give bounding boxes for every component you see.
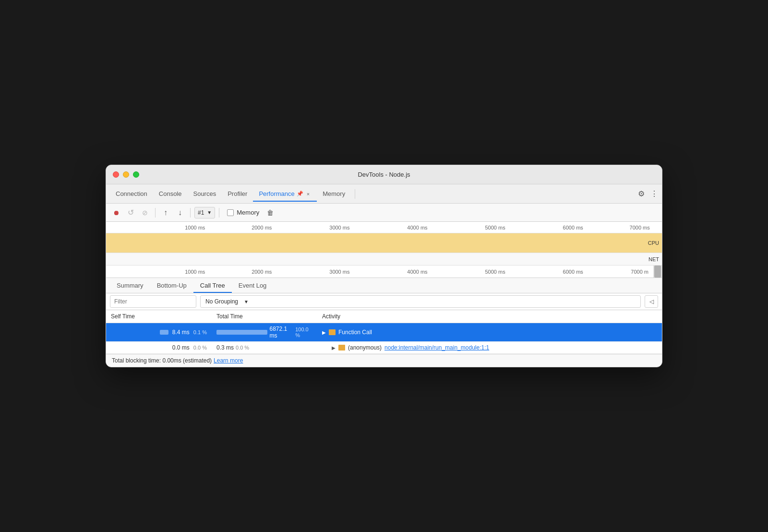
- upload-icon: ↑: [164, 208, 168, 217]
- tab-bottom-up[interactable]: Bottom-Up: [150, 278, 193, 293]
- tab-close-icon[interactable]: ×: [305, 191, 311, 197]
- total-time-ms: 6872.1 ms: [269, 326, 293, 339]
- source-link[interactable]: node:internal/main/run_main_module:1:1: [384, 344, 489, 351]
- total-time-pct: 0.0 %: [236, 345, 249, 351]
- panel-toggle-button[interactable]: ◁: [645, 295, 658, 308]
- tab-profiler[interactable]: Profiler: [222, 186, 253, 201]
- window-title: DevTools - Node.js: [358, 171, 410, 178]
- dropdown-icon: ▼: [207, 210, 212, 215]
- activity-name: (anonymous): [348, 344, 382, 351]
- col-self-time: Self Time: [106, 310, 212, 323]
- block-icon: ⊘: [142, 209, 148, 217]
- expand-icon[interactable]: ▶: [332, 345, 336, 351]
- activity-name: Function Call: [338, 329, 372, 336]
- trash-icon: 🗑: [267, 209, 274, 217]
- download-button[interactable]: ↓: [174, 206, 186, 219]
- separator-1: [155, 208, 156, 218]
- record-button[interactable]: ⏺: [110, 206, 122, 219]
- tab-sources[interactable]: Sources: [187, 186, 222, 201]
- timeline-area: 1000 ms 2000 ms 3000 ms 4000 ms 5000 ms …: [106, 222, 662, 278]
- btick-7000: 7000 m: [631, 269, 648, 275]
- tab-call-tree[interactable]: Call Tree: [193, 278, 232, 293]
- upload-button[interactable]: ↑: [159, 206, 172, 219]
- col-activity: Activity: [317, 310, 662, 323]
- tick-6000: 6000 ms: [563, 225, 583, 230]
- scrollbar[interactable]: [653, 266, 662, 278]
- self-time-pct: 0.0 %: [193, 345, 207, 351]
- tab-console[interactable]: Console: [153, 186, 188, 201]
- tab-settings: ⚙ ⋮: [638, 189, 658, 198]
- activity-cell: ▶ Function Call: [317, 323, 662, 342]
- tab-connection[interactable]: Connection: [110, 186, 153, 201]
- net-bar: NET: [106, 253, 662, 265]
- expand-icon[interactable]: ▶: [322, 330, 326, 335]
- more-icon[interactable]: ⋮: [650, 189, 658, 198]
- btick-6000: 6000 ms: [563, 269, 583, 275]
- self-time-ms: 0.0 ms: [172, 344, 190, 351]
- self-time-ms: 8.4 ms: [172, 329, 190, 336]
- tab-event-log[interactable]: Event Log: [232, 278, 274, 293]
- tick-4000: 4000 ms: [407, 225, 427, 230]
- tick-7000: 7000 ms: [630, 225, 650, 230]
- grouping-selector[interactable]: No Grouping ▼: [200, 295, 641, 308]
- total-time-pct: 100.0 %: [295, 326, 312, 338]
- tab-bar: Connection Console Sources Profiler Perf…: [106, 184, 662, 204]
- tab-memory[interactable]: Memory: [317, 186, 351, 201]
- table-header: Self Time Total Time Activity: [106, 310, 662, 323]
- tick-1000: 1000 ms: [185, 225, 205, 230]
- self-time-pct: 0.1 %: [193, 329, 207, 335]
- filter-input[interactable]: [110, 295, 196, 308]
- cpu-label: CPU: [648, 240, 659, 246]
- self-time-bar: [160, 330, 168, 335]
- memory-checkbox[interactable]: [227, 209, 234, 216]
- close-button[interactable]: [113, 171, 119, 178]
- clear-recording-button[interactable]: ⊘: [139, 206, 151, 219]
- separator-3: [219, 208, 219, 218]
- traffic-lights: [113, 171, 139, 178]
- tab-performance[interactable]: Performance 📌 ×: [253, 186, 317, 201]
- toolbar: ⏺ ↺ ⊘ ↑ ↓ #1 ▼ Memory 🗑: [106, 204, 662, 222]
- table-body: 8.4 ms 0.1 % 6872.1 ms 100.0 % ▶: [106, 323, 662, 354]
- btick-5000: 5000 ms: [485, 269, 505, 275]
- maximize-button[interactable]: [133, 171, 139, 178]
- pin-icon: 📌: [297, 191, 303, 197]
- table-row[interactable]: 0.0 ms 0.0 % 0.3 ms 0.0 % ▶: [106, 342, 662, 354]
- btick-3000: 3000 ms: [329, 269, 349, 275]
- status-text: Total blocking time: 0.00ms (estimated): [112, 357, 212, 364]
- folder-icon: [338, 345, 345, 351]
- filter-bar: No Grouping ▼ ◁: [106, 293, 662, 310]
- folder-icon: [329, 329, 336, 335]
- total-time-ms: 0.3 ms: [216, 344, 234, 351]
- total-time-cell: 0.3 ms 0.0 %: [212, 342, 317, 354]
- tab-divider: [355, 189, 355, 199]
- title-bar: DevTools - Node.js: [106, 165, 662, 184]
- learn-more-link[interactable]: Learn more: [214, 357, 243, 364]
- bottom-tab-bar: Summary Bottom-Up Call Tree Event Log: [106, 278, 662, 293]
- status-bar: Total blocking time: 0.00ms (estimated) …: [106, 354, 662, 367]
- btick-4000: 4000 ms: [407, 269, 427, 275]
- tab-summary[interactable]: Summary: [110, 278, 150, 293]
- total-time-bar: [216, 330, 267, 335]
- tick-3000: 3000 ms: [329, 225, 349, 230]
- btick-1000: 1000 ms: [185, 269, 205, 275]
- memory-label: Memory: [237, 209, 259, 216]
- reload-button[interactable]: ↺: [124, 206, 137, 219]
- btick-2000: 2000 ms: [252, 269, 272, 275]
- self-time-cell: 8.4 ms 0.1 %: [106, 323, 212, 342]
- scrollbar-thumb[interactable]: [654, 266, 661, 278]
- self-time-cell: 0.0 ms 0.0 %: [106, 342, 212, 354]
- tick-5000: 5000 ms: [485, 225, 505, 230]
- col-total-time: Total Time: [212, 310, 317, 323]
- memory-checkbox-group: Memory: [227, 209, 259, 216]
- gear-icon[interactable]: ⚙: [638, 189, 645, 198]
- recording-selector[interactable]: #1 ▼: [194, 207, 215, 218]
- delete-recording-button[interactable]: 🗑: [264, 206, 276, 219]
- tick-2000: 2000 ms: [252, 225, 272, 230]
- devtools-window: DevTools - Node.js Connection Console So…: [106, 165, 662, 367]
- minimize-button[interactable]: [123, 171, 129, 178]
- timeline-ruler-bottom: 1000 ms 2000 ms 3000 ms 4000 ms 5000 ms …: [106, 265, 662, 278]
- total-time-cell: 6872.1 ms 100.0 %: [212, 323, 317, 342]
- net-label: NET: [648, 256, 659, 262]
- table-row[interactable]: 8.4 ms 0.1 % 6872.1 ms 100.0 % ▶: [106, 323, 662, 342]
- activity-cell: ▶ (anonymous) node:internal/main/run_mai…: [317, 342, 662, 354]
